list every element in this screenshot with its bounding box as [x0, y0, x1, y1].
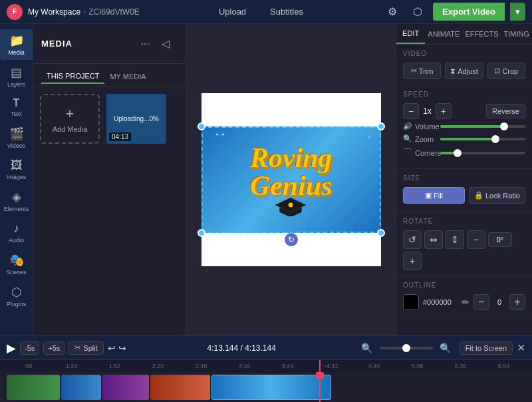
outline-edit-button[interactable]: ✏ — [462, 297, 469, 307]
zoom-out-button[interactable]: 🔍 — [357, 338, 377, 358]
outline-section-title: OUTLINE — [403, 282, 525, 289]
share-icon[interactable]: ⬡ — [408, 2, 428, 22]
lock-ratio-button[interactable]: 🔒 Lock Ratio — [469, 187, 525, 204]
media-panel-collapse-button[interactable]: ◁ — [154, 31, 178, 57]
sidebar-item-videos[interactable]: 🎬 Videos — [0, 122, 33, 153]
tab-animate[interactable]: ANIMATE — [425, 24, 462, 44]
export-button[interactable]: Export Video — [433, 3, 505, 21]
sidebar-item-text[interactable]: T Text — [0, 93, 33, 121]
crop-icon: ⊡ — [494, 67, 500, 75]
zoom-in-button[interactable]: 🔍 — [436, 338, 456, 358]
add-media-button[interactable]: + Add Media — [40, 94, 100, 144]
flip-v-button[interactable]: ⇕ — [446, 230, 464, 249]
timeline-zoom: 🔍 🔍 — [357, 338, 456, 358]
media-panel-header: MEDIA ··· ◁ — [33, 24, 186, 64]
volume-slider[interactable] — [440, 125, 525, 128]
zoom-slider[interactable] — [440, 138, 525, 140]
canvas-refresh-icon[interactable]: ↻ — [285, 233, 298, 246]
canvas-handle-top-right[interactable] — [377, 122, 385, 130]
main-area: 📁 Media ▤ Layers T Text 🎬 Videos 🖼 Image… — [0, 24, 532, 335]
sidebar-item-elements[interactable]: ◈ Elements — [0, 186, 33, 216]
subtitles-button[interactable]: Subtitles — [265, 4, 309, 19]
ruler-mark-9: 5:08 — [396, 363, 439, 369]
tab-effects[interactable]: EFFECTS — [462, 24, 501, 44]
sidebar-item-plugins[interactable]: ⬡ Plugins — [0, 281, 33, 311]
canvas-container[interactable]: ✦ ✦ ✦ Roving Genius ↻ — [201, 93, 381, 266]
adjust-button[interactable]: ⧗ Adjust — [445, 63, 483, 79]
track-clip-4[interactable] — [150, 375, 210, 400]
split-button[interactable]: ✂ Split — [68, 341, 103, 355]
export-dropdown-button[interactable]: ▾ — [510, 3, 525, 21]
zoom-thumb — [402, 344, 410, 352]
app-logo: F — [7, 4, 23, 20]
play-button[interactable]: ▶ — [7, 341, 16, 355]
right-panel-tabs: EDIT ANIMATE EFFECTS TIMING — [396, 24, 532, 45]
outline-increase-button[interactable]: + — [509, 294, 525, 310]
corners-slider[interactable] — [440, 152, 525, 154]
reverse-button[interactable]: Reverse — [486, 104, 525, 118]
canvas-video[interactable]: ✦ ✦ ✦ Roving Genius — [201, 126, 381, 233]
tab-edit[interactable]: EDIT — [396, 24, 425, 44]
media-item[interactable]: Uploading...0% 04:13 ZCI69dVtW0E.... — [106, 94, 166, 144]
rotate-plus-button[interactable]: + — [403, 252, 422, 270]
speed-decrease-button[interactable]: − — [403, 103, 419, 119]
left-sidebar: 📁 Media ▤ Layers T Text 🎬 Videos 🖼 Image… — [0, 24, 33, 335]
fit-to-screen-button[interactable]: Fit to Screen — [460, 341, 513, 355]
canvas-handle-bottom-left[interactable] — [198, 229, 205, 237]
trim-button[interactable]: ✂ Trim — [403, 63, 441, 79]
undo-button[interactable]: ↩ — [108, 343, 116, 353]
rotate-minus-button[interactable]: − — [467, 230, 485, 249]
sidebar-item-audio[interactable]: ♪ Audio — [0, 218, 33, 248]
skip-fwd-button[interactable]: +5s — [43, 341, 65, 355]
tab-this-project[interactable]: THIS PROJECT — [41, 69, 104, 84]
volume-slider-thumb[interactable] — [500, 122, 508, 130]
timeline-cursor-head — [316, 372, 324, 379]
zoom-slider-thumb[interactable] — [491, 135, 499, 143]
sidebar-item-media[interactable]: 📁 Media — [0, 29, 33, 60]
settings-icon[interactable]: ⚙ — [382, 2, 402, 22]
upload-button[interactable]: Upload — [213, 4, 251, 19]
timeline-track[interactable] — [0, 372, 532, 402]
canvas-handle-bottom-right[interactable] — [377, 229, 385, 237]
media-more-button[interactable]: ··· — [141, 38, 150, 50]
track-clip-1[interactable] — [7, 375, 60, 400]
crop-button[interactable]: ⊡ Crop — [487, 63, 525, 79]
outline-section: OUTLINE #000000 ✏ − 0 + — [396, 276, 532, 316]
skip-back-button[interactable]: -5s — [20, 341, 39, 355]
top-bar-right: ⚙ ⬡ Export Video ▾ — [382, 2, 525, 22]
images-icon: 🖼 — [11, 158, 23, 172]
ruler-mark-4: 2:48 — [180, 363, 223, 369]
videos-icon: 🎬 — [9, 126, 24, 141]
ruler-mark-10: 5:36 — [439, 363, 482, 369]
media-content: + Add Media Uploading...0% 04:13 ZCI69dV… — [33, 87, 186, 335]
corners-slider-thumb[interactable] — [454, 149, 462, 157]
track-clip-3[interactable] — [102, 375, 149, 400]
outline-color-swatch[interactable] — [403, 294, 419, 310]
sidebar-label-scenes: Scenes — [6, 269, 26, 276]
canvas-handle-top-left[interactable] — [198, 122, 205, 130]
outline-decrease-button[interactable]: − — [473, 294, 489, 310]
sidebar-item-scenes[interactable]: 🎭 Scenes — [0, 249, 33, 280]
close-timeline-button[interactable]: ✕ — [517, 341, 525, 354]
elements-icon: ◈ — [12, 190, 21, 204]
track-clips — [7, 375, 532, 400]
zoom-slider-timeline[interactable] — [380, 347, 433, 349]
rotate-ccw-button[interactable]: ↺ — [403, 230, 422, 249]
track-clip-main[interactable] — [211, 375, 331, 400]
corners-row: ⌒ Corners — [403, 147, 525, 159]
sidebar-item-layers[interactable]: ▤ Layers — [0, 61, 33, 92]
audio-icon: ♪ — [13, 222, 19, 236]
top-bar: F My Workspace › ZCI69dVtW0E Upload Subt… — [0, 0, 532, 24]
volume-slider-fill — [440, 125, 504, 128]
sidebar-label-media: Media — [8, 49, 25, 56]
track-clip-2[interactable] — [61, 375, 101, 400]
redo-button[interactable]: ↪ — [118, 343, 126, 353]
fill-button[interactable]: ▣ Fill — [403, 187, 465, 204]
fill-icon: ▣ — [425, 191, 432, 200]
speed-increase-button[interactable]: + — [436, 103, 452, 119]
sidebar-item-images[interactable]: 🖼 Images — [0, 154, 33, 184]
tab-timing[interactable]: TIMING — [501, 24, 533, 44]
flip-h-button[interactable]: ⇔ — [424, 230, 443, 249]
tab-my-media[interactable]: MY MEDIA — [104, 69, 151, 84]
text-icon: T — [13, 97, 20, 109]
